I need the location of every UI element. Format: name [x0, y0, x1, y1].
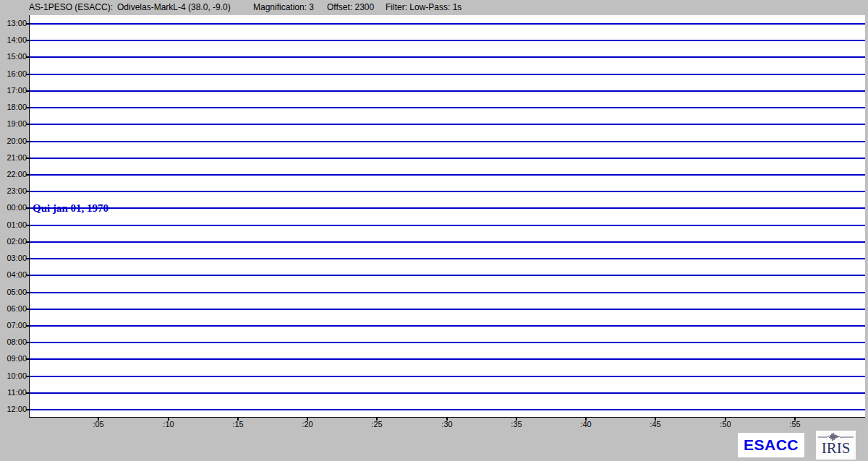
hour-tick [26, 124, 29, 125]
minute-label-50: :50 [711, 420, 740, 429]
hour-tick [26, 56, 29, 58]
offset-label: Offset: 2300 [327, 2, 374, 12]
hour-tick [26, 23, 29, 25]
hour-label-1100: 11:00 [0, 388, 27, 397]
hour-label-1200: 12:00 [0, 405, 27, 414]
hour-label-1700: 17:00 [0, 86, 27, 95]
hour-tick [26, 241, 29, 243]
trace-line-0300[interactable] [30, 258, 865, 259]
hour-tick [26, 158, 29, 159]
hour-label-0900: 09:00 [0, 354, 27, 363]
trace-line-0600[interactable] [30, 309, 865, 310]
hour-label-1000: 10:00 [0, 371, 27, 381]
hour-tick [26, 376, 29, 377]
minute-label-05: :05 [84, 420, 113, 429]
hour-tick [26, 191, 29, 192]
hour-label-2300: 23:00 [0, 186, 27, 196]
trace-line-0700[interactable] [30, 325, 865, 327]
trace-line-1000[interactable] [30, 376, 865, 377]
trace-line-1500[interactable] [30, 56, 865, 58]
hour-tick [26, 174, 29, 176]
hour-label-1400: 14:00 [0, 35, 27, 45]
trace-line-0200[interactable] [30, 241, 865, 243]
hour-tick [26, 358, 29, 360]
hour-tick [26, 107, 29, 108]
esacc-logo-text: ESACC [744, 436, 799, 454]
minute-label-40: :40 [571, 420, 600, 429]
hour-label-1500: 15:00 [0, 52, 27, 61]
hour-tick [26, 309, 29, 310]
hour-label-1600: 16:00 [0, 69, 27, 79]
minute-label-55: :55 [780, 420, 809, 429]
minute-label-15: :15 [224, 420, 252, 429]
iris-logo-text: IRIS [822, 441, 851, 456]
trace-line-1700[interactable] [30, 90, 865, 92]
trace-line-1900[interactable] [30, 124, 865, 125]
trace-line-0800[interactable] [30, 342, 865, 343]
trace-line-2000[interactable] [30, 141, 865, 142]
magnification-label: Magnification: 3 [253, 2, 314, 12]
hour-tick [26, 342, 29, 343]
hour-label-0100: 01:00 [0, 220, 27, 230]
trace-line-2200[interactable] [30, 174, 865, 176]
minute-label-10: :10 [154, 420, 183, 429]
hour-label-0200: 02:00 [0, 237, 27, 246]
esacc-logo: ESACC [738, 433, 804, 457]
trace-line-0000[interactable] [30, 207, 865, 209]
minute-label-35: :35 [502, 420, 531, 429]
trace-line-0500[interactable] [30, 292, 865, 293]
minute-label-45: :45 [641, 420, 670, 429]
hour-label-0600: 06:00 [0, 304, 27, 314]
hour-tick [26, 392, 29, 394]
hour-tick [26, 258, 29, 259]
hour-tick [26, 225, 29, 226]
hour-label-2200: 22:00 [0, 170, 27, 179]
trace-line-1800[interactable] [30, 107, 865, 108]
minute-label-30: :30 [433, 420, 461, 429]
hour-tick [26, 275, 29, 276]
hour-label-2000: 20:00 [0, 137, 27, 146]
hour-tick [26, 325, 29, 327]
hour-label-1300: 13:00 [0, 19, 27, 28]
channel-label: Odivelas-MarkL-4 (38.0, -9.0) [117, 2, 231, 12]
trace-line-1200[interactable] [30, 409, 865, 410]
hour-tick [26, 292, 29, 293]
iris-logo: IRIS [816, 431, 856, 460]
hour-label-0400: 04:00 [0, 270, 27, 280]
hour-label-0800: 08:00 [0, 337, 27, 347]
hour-label-1800: 18:00 [0, 103, 27, 112]
trace-line-0900[interactable] [30, 358, 865, 360]
hour-tick [26, 141, 29, 142]
hour-label-2100: 21:00 [0, 153, 27, 163]
helicorder-plot-area[interactable]: Qui jan 01, 1970 [29, 15, 865, 418]
hour-label-0300: 03:00 [0, 254, 27, 263]
hour-label-0700: 07:00 [0, 321, 27, 330]
date-annotation: Qui jan 01, 1970 [33, 202, 109, 215]
hour-tick [26, 74, 29, 75]
hour-label-1900: 19:00 [0, 119, 27, 129]
minute-label-25: :25 [362, 420, 391, 429]
trace-line-0100[interactable] [30, 225, 865, 226]
trace-line-1300[interactable] [30, 23, 865, 25]
amaseis-helicorder-window: AS-1PESO (ESACC): Odivelas-MarkL-4 (38.0… [0, 0, 868, 461]
hour-label-0000: 00:00 [0, 203, 27, 212]
trace-line-1600[interactable] [30, 74, 865, 75]
trace-line-1100[interactable] [30, 392, 865, 394]
filter-label: Filter: Low-Pass: 1s [386, 2, 461, 12]
hour-tick [26, 207, 29, 209]
minute-label-20: :20 [293, 420, 322, 429]
trace-line-0400[interactable] [30, 275, 865, 276]
trace-line-1400[interactable] [30, 40, 865, 41]
trace-line-2100[interactable] [30, 158, 865, 159]
hour-tick [26, 409, 29, 410]
station-id-label: AS-1PESO (ESACC): [29, 2, 113, 12]
hour-tick [26, 40, 29, 41]
hour-tick [26, 90, 29, 92]
trace-line-2300[interactable] [30, 191, 865, 192]
hour-label-0500: 05:00 [0, 288, 27, 297]
